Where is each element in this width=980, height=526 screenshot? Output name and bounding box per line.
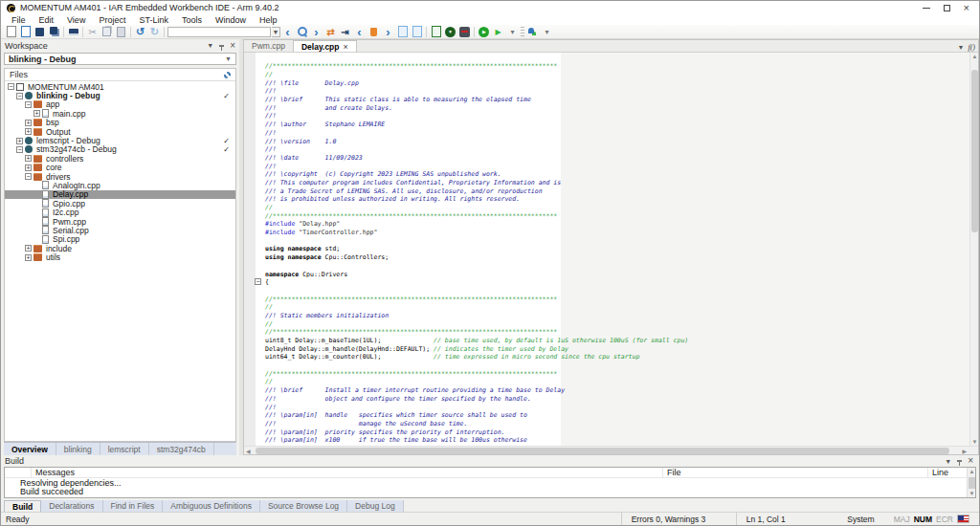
expand-icon[interactable]: + xyxy=(25,254,32,261)
vertical-scroll-thumb[interactable] xyxy=(971,70,978,232)
menu-st-link[interactable]: ST-Link xyxy=(132,15,175,25)
build-message-row[interactable]: Resolving dependencies... xyxy=(5,478,967,488)
search-input[interactable] xyxy=(167,27,271,37)
collapse-icon[interactable]: − xyxy=(25,101,32,108)
paste-icon[interactable] xyxy=(114,26,128,38)
toggle-bookmark-icon[interactable] xyxy=(367,26,381,38)
collapse-icon[interactable]: − xyxy=(8,83,14,90)
go-to-statement-icon[interactable] xyxy=(338,26,352,38)
tree-item-serial-cpp[interactable]: Serial.cpp xyxy=(5,226,235,234)
previous-document-icon[interactable] xyxy=(395,26,410,38)
previous-bookmark-icon[interactable] xyxy=(352,26,367,38)
scroll-down-icon[interactable]: ▼ xyxy=(969,491,975,496)
menu-help[interactable]: Help xyxy=(253,15,284,25)
tree-item-spi-cpp[interactable]: Spi.cpp xyxy=(5,235,235,244)
tree-item-bsp[interactable]: +bsp xyxy=(5,119,235,127)
stop-build-icon[interactable] xyxy=(459,27,470,37)
output-tab-declarations[interactable]: Declarations xyxy=(41,500,102,512)
compile-icon[interactable] xyxy=(445,27,456,37)
menu-edit[interactable]: Edit xyxy=(33,15,61,25)
function-selector-button[interactable]: f() xyxy=(968,43,975,52)
collapse-icon[interactable]: − xyxy=(16,93,23,99)
output-tab-source-browse-log[interactable]: Source Browse Log xyxy=(260,500,347,512)
vertical-scrollbar[interactable]: ▲ ▼ xyxy=(967,468,975,497)
new-document-icon[interactable] xyxy=(4,26,18,38)
editor-tab-pwm-cpp[interactable]: Pwm.cpp xyxy=(244,40,293,52)
expand-icon[interactable]: + xyxy=(25,245,32,252)
output-tab-ambiguous-definitions[interactable]: Ambiguous Definitions xyxy=(163,500,260,512)
fold-collapse-icon[interactable]: − xyxy=(255,278,261,285)
expand-icon[interactable]: + xyxy=(25,155,32,162)
scroll-right-icon[interactable]: ▶ xyxy=(962,448,967,454)
save-icon[interactable] xyxy=(33,26,47,38)
toolbar-overflow-icon[interactable] xyxy=(540,26,554,38)
scroll-up-icon[interactable]: ▲ xyxy=(971,54,978,59)
panel-menu-icon[interactable]: ▼ xyxy=(945,458,951,465)
expand-icon[interactable]: + xyxy=(25,120,32,126)
redo-icon[interactable] xyxy=(147,26,162,38)
menu-tools[interactable]: Tools xyxy=(175,15,209,25)
open-document-icon[interactable] xyxy=(18,26,33,38)
column-messages[interactable]: Messages xyxy=(32,468,663,477)
configuration-selector[interactable]: blinking - Debug ▼ xyxy=(4,53,236,65)
tree-item-analogin-cpp[interactable]: AnalogIn.cpp xyxy=(5,181,235,189)
tree-item-gpio-cpp[interactable]: Gpio.cpp xyxy=(5,199,235,208)
expand-icon[interactable]: + xyxy=(25,128,32,135)
debug-without-downloading-icon[interactable] xyxy=(491,26,505,38)
output-tab-find-in-files[interactable]: Find in Files xyxy=(103,500,164,512)
copy-icon[interactable] xyxy=(100,26,114,38)
column-line[interactable]: Line xyxy=(928,468,967,477)
build-message-row[interactable]: Build succeeded xyxy=(5,488,967,497)
tree-item-controllers[interactable]: +controllers xyxy=(5,154,235,163)
tree-item-core[interactable]: +core xyxy=(5,164,235,172)
vertical-scroll-thumb[interactable] xyxy=(969,477,975,489)
undo-icon[interactable] xyxy=(133,26,147,38)
expand-icon[interactable]: + xyxy=(16,138,23,144)
tree-item-lemscript-debug[interactable]: +lemscript - Debug✓ xyxy=(5,136,235,144)
panel-close-icon[interactable]: × xyxy=(230,42,235,50)
make-icon[interactable] xyxy=(429,26,443,38)
code-editor[interactable]: //**************************************… xyxy=(244,53,969,446)
vertical-scrollbar[interactable]: ▲ ▼ xyxy=(969,53,978,446)
tree-item-utils[interactable]: +utils xyxy=(5,252,235,261)
find-next-icon[interactable] xyxy=(309,26,323,38)
tree-item-blinking-debug[interactable]: −blinking - Debug✓ xyxy=(5,91,235,99)
close-tab-icon[interactable]: × xyxy=(344,42,348,52)
maximize-icon[interactable] xyxy=(944,5,950,11)
pin-icon[interactable] xyxy=(219,45,224,47)
output-tab-debug-log[interactable]: Debug Log xyxy=(347,500,404,512)
tree-item-main-cpp[interactable]: +main.cpp xyxy=(5,109,235,118)
next-document-icon[interactable] xyxy=(410,26,424,38)
find-previous-icon[interactable] xyxy=(280,26,295,38)
pin-icon[interactable] xyxy=(957,460,962,462)
menu-window[interactable]: Window xyxy=(209,15,253,25)
workspace-tab-blinking[interactable]: blinking xyxy=(56,443,100,455)
cut-icon[interactable] xyxy=(85,26,100,38)
column-file[interactable]: File xyxy=(663,468,928,477)
tab-list-icon[interactable]: ▼ xyxy=(958,44,965,51)
download-and-debug-icon[interactable] xyxy=(479,27,489,37)
scroll-left-icon[interactable]: ◀ xyxy=(246,448,251,454)
menu-file[interactable]: File xyxy=(5,15,33,25)
workspace-tab-lemscript[interactable]: lemscript xyxy=(100,443,149,455)
gear-icon[interactable] xyxy=(224,72,231,78)
expand-icon[interactable]: + xyxy=(33,110,40,117)
workspace-tab-overview[interactable]: Overview xyxy=(4,443,56,455)
tree-item-pwm-cpp[interactable]: Pwm.cpp xyxy=(5,217,235,226)
scroll-up-icon[interactable]: ▲ xyxy=(969,469,975,474)
tree-item-i2c-cpp[interactable]: I2c.cpp xyxy=(5,208,235,216)
output-tab-build[interactable]: Build xyxy=(4,500,41,512)
tree-item-app[interactable]: −app xyxy=(5,100,235,109)
minimize-icon[interactable] xyxy=(923,8,930,9)
find-icon[interactable] xyxy=(295,26,309,38)
search-dropdown-icon[interactable]: ▼ xyxy=(272,27,280,37)
scroll-down-icon[interactable]: ▼ xyxy=(971,439,978,445)
toolbar-grip[interactable] xyxy=(521,27,524,37)
editor-tab-delay-cpp[interactable]: Delay.cpp× xyxy=(293,40,357,52)
menu-project[interactable]: Project xyxy=(92,15,132,25)
horizontal-scrollbar[interactable]: ◀ ▶ xyxy=(244,446,978,454)
st-link-icon[interactable] xyxy=(525,26,540,38)
menu-view[interactable]: View xyxy=(60,15,92,25)
next-bookmark-icon[interactable] xyxy=(381,26,395,38)
keyboard-layout-flag-icon[interactable] xyxy=(957,515,969,523)
